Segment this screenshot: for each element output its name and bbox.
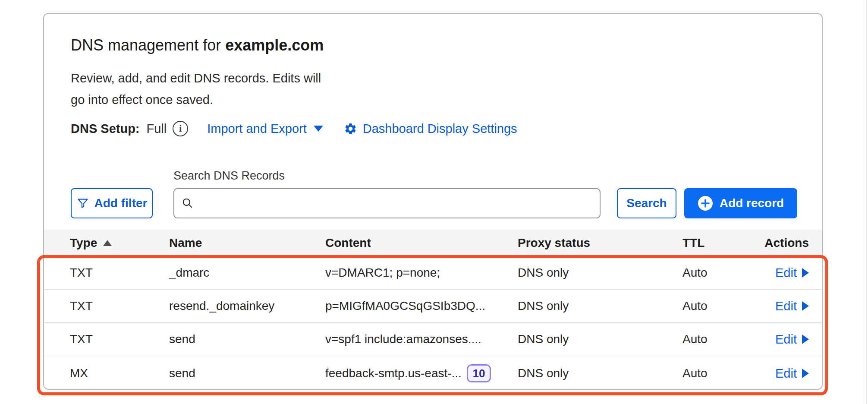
cell-proxy-status: DNS only xyxy=(518,366,682,380)
cell-ttl: Auto xyxy=(682,332,752,346)
column-header-actions: Actions xyxy=(752,236,809,250)
cell-ttl: Auto xyxy=(682,266,752,280)
chevron-right-icon xyxy=(802,301,809,311)
cell-name: _dmarc xyxy=(169,266,325,280)
edit-record-link[interactable]: Edit xyxy=(775,332,809,347)
subtitle-line: go into effect once saved. xyxy=(71,89,321,110)
column-header-name[interactable]: Name xyxy=(169,236,325,250)
chevron-down-icon xyxy=(314,126,323,132)
cell-name: send xyxy=(169,332,325,346)
table-body: TXT _dmarc v=DMARC1; p=none; DNS only Au… xyxy=(44,256,822,389)
edit-record-link[interactable]: Edit xyxy=(775,366,809,381)
import-export-dropdown[interactable]: Import and Export xyxy=(207,122,323,136)
column-header-ttl[interactable]: TTL xyxy=(682,236,752,250)
column-header-label: Actions xyxy=(764,236,809,250)
title-prefix: DNS management for xyxy=(71,36,225,54)
edit-label: Edit xyxy=(775,332,797,347)
sort-ascending-icon xyxy=(103,240,112,246)
content-text: p=MIGfMA0GCSqGSIb3DQ... xyxy=(325,299,485,313)
import-export-label: Import and Export xyxy=(207,122,307,136)
dashboard-settings-label: Dashboard Display Settings xyxy=(363,122,517,136)
content-text: feedback-smtp.us-east-... xyxy=(325,366,462,380)
content-text: v=spf1 include:amazonses.... xyxy=(325,332,481,346)
chevron-right-icon xyxy=(802,268,809,278)
column-header-label: Content xyxy=(325,236,371,250)
search-label: Search DNS Records xyxy=(173,169,285,183)
column-header-proxy-status[interactable]: Proxy status xyxy=(518,236,682,250)
dns-management-card: DNS management for example.com Review, a… xyxy=(43,13,823,390)
cell-content: v=spf1 include:amazonses.... xyxy=(325,332,518,346)
cell-actions: Edit xyxy=(752,266,809,280)
column-header-content[interactable]: Content xyxy=(325,236,518,250)
add-filter-label: Add filter xyxy=(94,196,148,210)
dns-setup-value: Full xyxy=(147,122,167,136)
cell-content: p=MIGfMA0GCSqGSIb3DQ... xyxy=(325,299,518,313)
cell-type: TXT xyxy=(70,332,169,346)
cell-ttl: Auto xyxy=(682,299,752,313)
chevron-right-icon xyxy=(802,335,809,344)
table-row-spf: TXT send v=spf1 include:amazonses.... DN… xyxy=(44,323,822,356)
search-icon xyxy=(181,197,194,210)
edit-label: Edit xyxy=(775,266,797,280)
column-header-label: Type xyxy=(70,236,97,250)
cell-name: resend._domainkey xyxy=(169,299,325,313)
cell-content: v=DMARC1; p=none; xyxy=(325,266,518,280)
dns-setup-label: DNS Setup: xyxy=(71,122,140,136)
add-record-button[interactable]: Add record xyxy=(684,188,797,218)
column-header-type[interactable]: Type xyxy=(70,236,169,250)
column-header-label: Name xyxy=(169,236,202,250)
edit-label: Edit xyxy=(775,299,797,313)
info-icon[interactable]: i xyxy=(173,121,188,136)
page-title: DNS management for example.com xyxy=(71,36,324,54)
chevron-right-icon xyxy=(802,369,809,378)
search-button[interactable]: Search xyxy=(617,188,676,218)
filter-icon xyxy=(76,197,89,210)
cell-name: send xyxy=(169,366,325,380)
table-row-mx: MX send feedback-smtp.us-east-... 10 DNS… xyxy=(44,356,822,390)
cell-ttl: Auto xyxy=(682,366,752,380)
add-filter-button[interactable]: Add filter xyxy=(71,188,153,218)
cell-type: TXT xyxy=(70,299,169,313)
column-header-label: Proxy status xyxy=(518,236,590,250)
window-edge-line xyxy=(866,0,867,404)
dns-setup-row: DNS Setup: Full i Import and Export Dash… xyxy=(71,119,517,139)
plus-icon xyxy=(698,196,713,211)
cell-type: TXT xyxy=(70,266,169,280)
edit-record-link[interactable]: Edit xyxy=(775,266,809,280)
cell-proxy-status: DNS only xyxy=(518,266,682,280)
subtitle: Review, add, and edit DNS records. Edits… xyxy=(71,67,321,110)
table-row-dmarc: TXT _dmarc v=DMARC1; p=none; DNS only Au… xyxy=(44,256,822,290)
cell-type: MX xyxy=(70,366,169,380)
table-row-domainkey: TXT resend._domainkey p=MIGfMA0GCSqGSIb3… xyxy=(44,290,822,323)
gear-icon xyxy=(344,122,357,136)
title-domain: example.com xyxy=(225,36,324,54)
cell-actions: Edit xyxy=(752,366,809,381)
edit-record-link[interactable]: Edit xyxy=(775,299,809,313)
table-header-row: Type Name Content Proxy status TTL Actio… xyxy=(44,230,822,256)
cell-actions: Edit xyxy=(752,299,809,313)
edit-label: Edit xyxy=(775,366,797,381)
mx-priority-badge: 10 xyxy=(467,364,491,382)
column-header-label: TTL xyxy=(682,236,704,250)
search-input[interactable] xyxy=(199,196,593,211)
search-controls: Add filter Search Add record xyxy=(71,188,797,218)
cell-actions: Edit xyxy=(752,332,809,347)
cell-content: feedback-smtp.us-east-... 10 xyxy=(325,364,518,382)
add-record-label: Add record xyxy=(720,196,784,210)
content-text: v=DMARC1; p=none; xyxy=(325,266,440,280)
dashboard-display-settings-link[interactable]: Dashboard Display Settings xyxy=(344,122,517,136)
cell-proxy-status: DNS only xyxy=(518,299,682,313)
subtitle-line: Review, add, and edit DNS records. Edits… xyxy=(71,67,321,89)
cell-proxy-status: DNS only xyxy=(518,332,682,346)
search-input-wrapper xyxy=(173,188,601,218)
